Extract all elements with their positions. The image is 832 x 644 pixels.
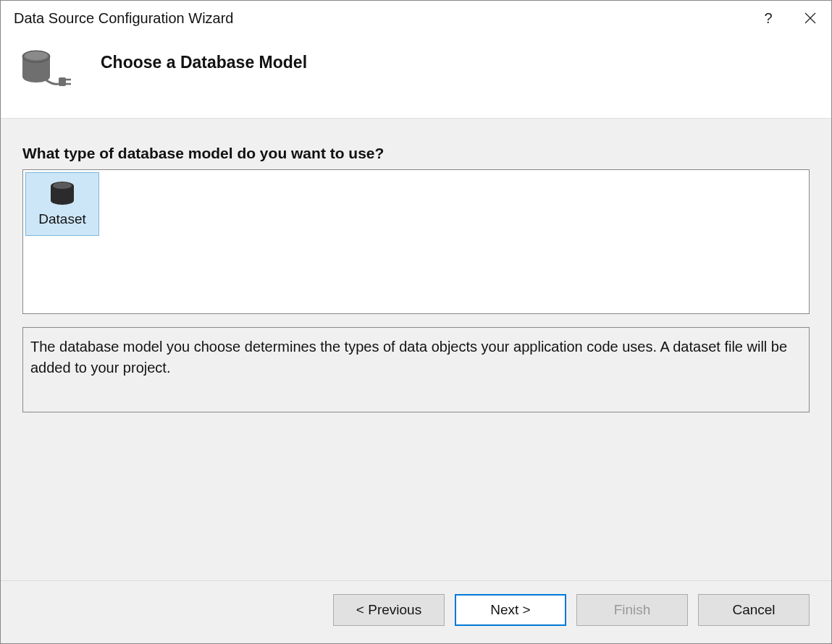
svg-point-13 (53, 182, 72, 189)
next-button[interactable]: Next > (455, 594, 566, 626)
model-item-label: Dataset (38, 211, 85, 227)
svg-point-4 (22, 71, 50, 82)
previous-button[interactable]: < Previous (333, 594, 445, 626)
database-plug-icon (17, 48, 75, 95)
titlebar: Data Source Configuration Wizard ? (1, 1, 831, 35)
window-title: Data Source Configuration Wizard (14, 10, 233, 27)
wizard-body: What type of database model do you want … (1, 118, 831, 580)
database-icon (48, 181, 77, 207)
wizard-footer: < Previous Next > Finish Cancel (1, 580, 831, 643)
cancel-button[interactable]: Cancel (698, 594, 810, 626)
help-icon: ? (764, 10, 772, 27)
model-description: The database model you choose determines… (22, 327, 810, 412)
wizard-header: Choose a Database Model (1, 35, 831, 118)
close-button[interactable] (789, 1, 831, 35)
model-question: What type of database model do you want … (22, 145, 810, 162)
close-icon (804, 12, 816, 24)
header-title: Choose a Database Model (101, 48, 307, 72)
help-button[interactable]: ? (747, 1, 789, 35)
model-list[interactable]: Dataset (22, 169, 810, 314)
svg-rect-7 (59, 77, 66, 86)
finish-button: Finish (576, 594, 688, 626)
model-item-dataset[interactable]: Dataset (25, 172, 99, 236)
titlebar-controls: ? (747, 1, 831, 35)
svg-point-12 (51, 196, 74, 205)
svg-point-6 (25, 51, 48, 60)
